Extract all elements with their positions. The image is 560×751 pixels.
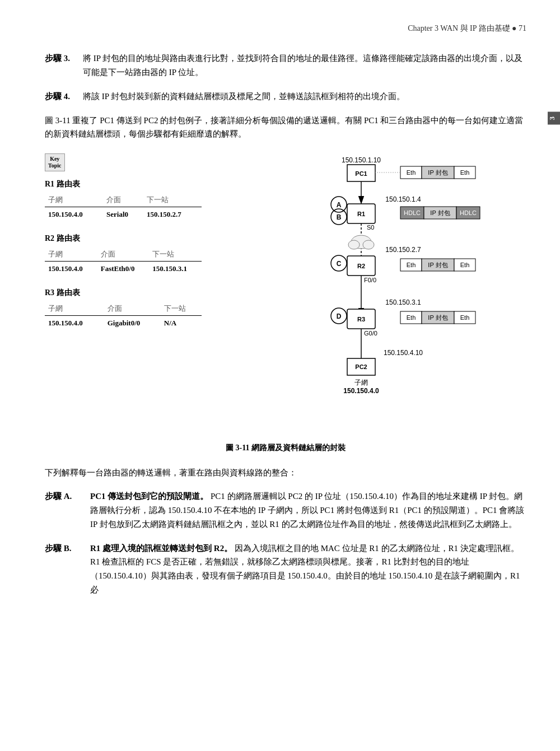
- pkt-d-eth-left-text: Eth: [407, 314, 416, 321]
- body-paragraph: 圖 3-11 重複了 PC1 傳送到 PC2 的封包例子，接著詳細分析每個設備的…: [45, 114, 526, 142]
- side-tab-number: 3: [548, 116, 556, 120]
- step-a-block: 步驟 A. PC1 傳送封包到它的預設閘道。 PC1 的網路層邏輯以 PC2 的…: [45, 489, 526, 531]
- r3-col-interface: 介面: [104, 302, 161, 316]
- r2-interface: FastEth0/0: [97, 262, 149, 277]
- step-4-block: 步驟 4. 將該 IP 封包封裝到新的資料鏈結層標頭及標尾之間，並轉送該訊框到相…: [45, 90, 526, 104]
- figure-caption: 圖 3-11 網路層及資料鏈結層的封裝: [45, 442, 526, 454]
- r1-table: 子網 介面 下一站 150.150.4.0 Serial0 150.150.2.…: [45, 193, 202, 223]
- wan-cloud-2: [348, 240, 360, 249]
- pkt-a-eth-left-text: Eth: [407, 169, 416, 176]
- r1-table-title: R1 路由表: [45, 178, 202, 190]
- s0-label: S0: [367, 224, 374, 231]
- r2-table-block: R2 路由表 子網 介面 下一站 150.150.4.0 FastEth0/0: [45, 232, 202, 277]
- r1-nexthop: 150.150.2.7: [143, 207, 202, 222]
- r3-col-subnet: 子網: [45, 302, 104, 316]
- pkt-d-eth-right-text: Eth: [460, 314, 470, 321]
- r3-subnet: 150.150.4.0: [45, 316, 104, 331]
- r2-table: 子網 介面 下一站 150.150.4.0 FastEth0/0 150.150…: [45, 248, 202, 277]
- r3-col-nexthop: 下一站: [161, 302, 202, 316]
- figure-area: KeyTopic R1 路由表 子網 介面 下一站 150.150: [45, 152, 526, 436]
- table-row: 150.150.4.0 Gigabit0/0 N/A: [45, 316, 202, 331]
- r3-interface: Gigabit0/0: [104, 316, 161, 331]
- r2-table-title: R2 路由表: [45, 232, 202, 245]
- figure-left: KeyTopic R1 路由表 子網 介面 下一站 150.150: [45, 152, 202, 436]
- pkt-a-eth-right-text: Eth: [460, 169, 470, 176]
- r1-label: R1: [357, 211, 365, 217]
- circle-c-label: C: [337, 260, 342, 268]
- r2-label: R2: [357, 263, 365, 269]
- step-a-label-text: 步驟 A.: [45, 492, 72, 501]
- step-a-content: PC1 傳送封包到它的預設閘道。 PC1 的網路層邏輯以 PC2 的 IP 位址…: [90, 489, 526, 531]
- step-4-label: 步驟 4.: [45, 90, 78, 103]
- subnet-label-text: 子網: [354, 379, 368, 386]
- chapter-header-text: Chapter 3 WAN 與 IP 路由基礎 ● 71: [408, 24, 526, 32]
- pkt-b-hdlc-right-text: HDLC: [460, 209, 477, 216]
- pkt-b-hdlc-left-text: HDLC: [404, 209, 421, 216]
- figure-right: 150.150.1.10 PC1 Eth IP 封包 Eth A 150.150…: [213, 152, 526, 436]
- pkt-a-ip-text: IP 封包: [428, 169, 447, 176]
- step-3-label: 步驟 3.: [45, 52, 78, 65]
- r3-table-title: R3 路由表: [45, 287, 202, 299]
- r3-nexthop: N/A: [161, 316, 202, 331]
- r1-interface: Serial0: [103, 207, 143, 222]
- page-container: Chapter 3 WAN 與 IP 路由基礎 ● 71 3 步驟 3. 將 I…: [0, 0, 560, 629]
- chapter-header: Chapter 3 WAN 與 IP 路由基礎 ● 71: [45, 22, 526, 35]
- r1-col-interface: 介面: [103, 193, 143, 207]
- r2-col-subnet: 子網: [45, 248, 97, 262]
- subnet-value-text: 150.150.4.0: [343, 387, 379, 395]
- step-b-content: R1 處理入境的訊框並轉送封包到 R2。 因為入境訊框之目的地 MAC 位址是 …: [90, 542, 526, 597]
- network-diagram: 150.150.1.10 PC1 Eth IP 封包 Eth A 150.150…: [213, 152, 526, 432]
- step-3-content: 將 IP 封包的目的地址與路由表進行比對，並找到符合目的地址的最佳路徑。這條路徑…: [83, 52, 526, 80]
- pc1-ip-label: 150.150.1.10: [342, 156, 381, 164]
- step-4-content: 將該 IP 封包封裝到新的資料鏈結層標頭及標尾之間，並轉送該訊框到相符的出境介面…: [83, 90, 526, 104]
- step-b-label-text: 步驟 B.: [45, 544, 72, 553]
- pc1-label: PC1: [355, 170, 367, 177]
- r3-label: R3: [357, 316, 365, 323]
- r3-table: 子網 介面 下一站 150.150.4.0 Gigabit0/0 N/A: [45, 302, 202, 332]
- r2-bottom-ip-label: 150.150.3.1: [385, 298, 421, 306]
- body-para-text: 圖 3-11 重複了 PC1 傳送到 PC2 的封包例子，接著詳細分析每個設備的…: [45, 116, 523, 139]
- pc2-top-ip-label: 150.150.4.10: [384, 349, 423, 357]
- r2-col-interface: 介面: [97, 248, 149, 262]
- step-b-bold-intro: R1 處理入境的訊框並轉送封包到 R2。: [90, 544, 232, 553]
- pkt-c-ip-text: IP 封包: [428, 262, 447, 268]
- table-row: 150.150.4.0 FastEth0/0 150.150.3.1: [45, 262, 202, 277]
- circle-a-label: A: [337, 201, 342, 209]
- r3-table-block: R3 路由表 子網 介面 下一站 150.150.4.0 Gigabit0/0: [45, 287, 202, 331]
- intro-line: 下列解釋每一台路由器的轉送邏輯，著重在路由與資料線路的整合：: [45, 466, 526, 480]
- r1-col-nexthop: 下一站: [143, 193, 202, 207]
- step-3-block: 步驟 3. 將 IP 封包的目的地址與路由表進行比對，並找到符合目的地址的最佳路…: [45, 52, 526, 80]
- r2-nexthop: 150.150.3.1: [149, 262, 202, 277]
- r1-table-block: R1 路由表 子網 介面 下一站 150.150.4.0 Serial0: [45, 178, 202, 222]
- circle-b-label: B: [337, 213, 342, 221]
- r2-col-nexthop: 下一站: [149, 248, 202, 262]
- step-b-label: 步驟 B.: [45, 542, 87, 555]
- table-row: 150.150.4.0 Serial0 150.150.2.7: [45, 207, 202, 222]
- circle-d-label: D: [337, 312, 342, 320]
- key-topic-badge: KeyTopic: [45, 153, 65, 171]
- pkt-c-eth-right-text: Eth: [460, 262, 470, 268]
- g00-label: G0/0: [364, 330, 377, 337]
- pkt-b-ip-text: IP 封包: [430, 209, 450, 216]
- pc2-label: PC2: [355, 363, 367, 370]
- r2-subnet: 150.150.4.0: [45, 262, 97, 277]
- pkt-c-eth-left-text: Eth: [407, 262, 416, 268]
- pkt-d-ip-text: IP 封包: [428, 314, 447, 321]
- step-b-block: 步驟 B. R1 處理入境的訊框並轉送封包到 R2。 因為入境訊框之目的地 MA…: [45, 542, 526, 597]
- r1-bottom-ip-label: 150.150.2.7: [385, 246, 421, 254]
- r1-col-subnet: 子網: [45, 193, 103, 207]
- step-a-bold-intro: PC1 傳送封包到它的預設閘道。: [90, 492, 208, 501]
- step-a-label: 步驟 A.: [45, 489, 87, 503]
- r1-top-ip-label: 150.150.1.4: [385, 195, 421, 203]
- f00-label: F0/0: [364, 277, 376, 283]
- wan-cloud-3: [363, 240, 374, 249]
- r1-subnet: 150.150.4.0: [45, 207, 103, 222]
- side-tab: 3: [548, 112, 560, 125]
